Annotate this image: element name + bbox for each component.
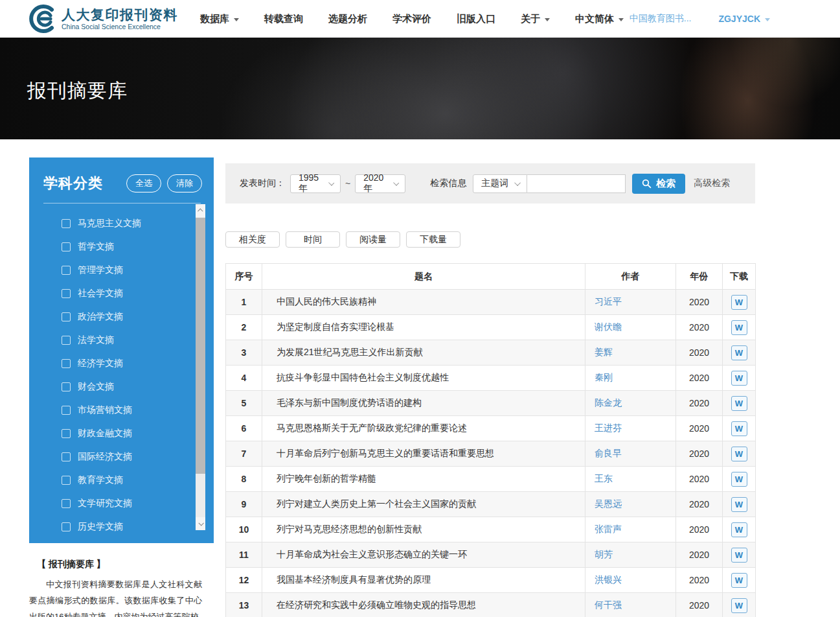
author-link[interactable]: 姜辉 (595, 347, 613, 357)
author-link[interactable]: 王东 (595, 473, 613, 483)
author-link[interactable]: 王进芬 (595, 423, 622, 433)
article-title[interactable]: 在经济研究和实践中必须确立唯物史观的指导思想 (262, 593, 585, 617)
nav-menu-item[interactable]: 选题分析 (328, 13, 367, 25)
download-word-button[interactable]: W (731, 295, 747, 310)
checkbox[interactable] (62, 476, 71, 485)
checkbox[interactable] (62, 242, 71, 251)
checkbox[interactable] (62, 522, 71, 531)
scroll-up-button[interactable] (196, 204, 205, 217)
checkbox[interactable] (62, 452, 71, 461)
checkbox[interactable] (62, 499, 71, 508)
year-from-select[interactable]: 1995年 (290, 174, 341, 193)
author-link[interactable]: 俞良早 (595, 448, 622, 458)
subject-checkbox-item[interactable]: 经济学文摘 (29, 352, 214, 375)
subject-checkbox-item[interactable]: 历史学文摘 (29, 515, 214, 539)
author-link[interactable]: 谢伏瞻 (595, 321, 622, 332)
checkbox[interactable] (62, 219, 71, 228)
sort-tab[interactable]: 下载量 (406, 231, 460, 248)
download-word-button[interactable]: W (731, 522, 747, 537)
download-word-button[interactable]: W (731, 598, 747, 613)
author-link[interactable]: 吴恩远 (595, 498, 622, 509)
checkbox[interactable] (62, 312, 71, 321)
subject-checkbox-item[interactable]: 市场营销文摘 (29, 399, 214, 422)
account-link[interactable]: ZGJYJCK (718, 14, 770, 24)
article-title[interactable]: 马克思恩格斯关于无产阶级政党纪律的重要论述 (262, 416, 585, 441)
sort-tab[interactable]: 阅读量 (346, 231, 400, 248)
download-word-button[interactable]: W (731, 472, 747, 487)
article-title[interactable]: 为坚定制度自信夯实理论根基 (262, 315, 585, 340)
table-row: 1 中国人民的伟大民族精神 习近平 2020 W (226, 290, 756, 315)
subject-checkbox-item[interactable]: 法学文摘 (29, 329, 214, 352)
row-index: 12 (226, 568, 262, 593)
article-title[interactable]: 抗疫斗争彰显中国特色社会主义制度优越性 (262, 366, 585, 391)
author-link[interactable]: 洪银兴 (595, 574, 622, 585)
nav-menu-item-label: 数据库 (200, 13, 229, 25)
checkbox[interactable] (62, 336, 71, 345)
subject-checkbox-item[interactable]: 财会文摘 (29, 375, 214, 399)
download-word-button[interactable]: W (731, 573, 747, 588)
subject-checkbox-item[interactable]: 社会学文摘 (29, 282, 214, 305)
checkbox[interactable] (62, 406, 71, 415)
download-word-button[interactable]: W (731, 548, 747, 563)
nav-menu-item[interactable]: 转载查询 (264, 13, 303, 25)
subject-checkbox-item[interactable]: 哲学文摘 (29, 235, 214, 259)
checkbox[interactable] (62, 359, 71, 368)
download-word-button[interactable]: W (731, 371, 747, 386)
subject-label: 法学文摘 (78, 334, 114, 346)
checkbox[interactable] (62, 266, 71, 275)
subject-checkbox-item[interactable]: 马克思主义文摘 (29, 212, 214, 235)
sort-tab[interactable]: 相关度 (225, 231, 280, 248)
subject-checkbox-item[interactable]: 文学研究文摘 (29, 492, 214, 515)
article-title[interactable]: 我国基本经济制度具有显著优势的原理 (262, 568, 585, 593)
download-word-button[interactable]: W (731, 320, 747, 335)
sort-tab[interactable]: 时间 (286, 231, 340, 248)
year-to-select[interactable]: 2020年 (355, 174, 405, 193)
subject-checkbox-item[interactable]: 政治学文摘 (29, 305, 214, 329)
nav-menu-item[interactable]: 中文简体 (575, 13, 624, 25)
clear-button[interactable]: 清除 (167, 174, 202, 192)
scrollbar-thumb[interactable] (196, 218, 205, 474)
nav-menu-item[interactable]: 关于 (521, 13, 550, 25)
author-link[interactable]: 胡芳 (595, 549, 613, 559)
article-title[interactable]: 毛泽东与新中国制度优势话语的建构 (262, 391, 585, 416)
checkbox[interactable] (62, 382, 71, 391)
subject-checkbox-item[interactable]: 教育学文摘 (29, 469, 214, 492)
subject-checkbox-item[interactable]: 管理学文摘 (29, 259, 214, 282)
author-link[interactable]: 张雷声 (595, 524, 622, 534)
brand-logo[interactable]: 人大复印报刊资料 China Social Science Excellence (26, 5, 178, 33)
author-link[interactable]: 秦刚 (595, 372, 613, 382)
search-input[interactable] (527, 174, 626, 193)
top-navbar: 人大复印报刊资料 China Social Science Excellence… (0, 0, 840, 38)
advanced-search-link[interactable]: 高级检索 (694, 178, 730, 189)
subject-list-scrollbar[interactable] (196, 204, 205, 530)
checkbox[interactable] (62, 429, 71, 438)
article-title[interactable]: 中国人民的伟大民族精神 (262, 290, 585, 315)
article-title[interactable]: 列宁晚年创新的哲学精髓 (262, 467, 585, 492)
download-word-button[interactable]: W (731, 497, 747, 512)
article-title[interactable]: 为发展21世纪马克思主义作出新贡献 (262, 340, 585, 366)
article-title[interactable]: 十月革命后列宁创新马克思主义的重要话语和重要思想 (262, 441, 585, 467)
subject-label: 社会学文摘 (78, 288, 123, 299)
article-title[interactable]: 列宁对马克思经济思想的创新性贡献 (262, 517, 585, 542)
account-link[interactable]: 中国教育图书... (630, 13, 692, 25)
download-word-button[interactable]: W (731, 345, 747, 360)
nav-menu-item[interactable]: 旧版入口 (457, 13, 495, 25)
checkbox[interactable] (62, 289, 71, 298)
download-word-button[interactable]: W (731, 421, 747, 436)
author-link[interactable]: 何干强 (595, 600, 622, 610)
nav-menu-item[interactable]: 数据库 (200, 13, 239, 25)
subject-checkbox-item[interactable]: 财政金融文摘 (29, 422, 214, 445)
subject-checkbox-item[interactable]: 国际经济文摘 (29, 445, 214, 469)
article-title[interactable]: 列宁对建立人类历史上第一个社会主义国家的贡献 (262, 492, 585, 517)
search-field-select[interactable]: 主题词 (473, 174, 527, 193)
download-word-button[interactable]: W (731, 447, 747, 461)
table-row: 5 毛泽东与新中国制度优势话语的建构 陈金龙 2020 W (226, 391, 756, 416)
nav-menu-item[interactable]: 学术评价 (392, 13, 431, 25)
article-title[interactable]: 十月革命成为社会主义意识形态确立的关键一环 (262, 542, 585, 568)
search-button[interactable]: 检索 (632, 174, 685, 194)
select-all-button[interactable]: 全选 (126, 174, 161, 192)
author-link[interactable]: 陈金龙 (595, 397, 622, 408)
download-word-button[interactable]: W (731, 396, 747, 411)
scroll-down-button[interactable] (196, 517, 205, 530)
author-link[interactable]: 习近平 (595, 296, 622, 307)
